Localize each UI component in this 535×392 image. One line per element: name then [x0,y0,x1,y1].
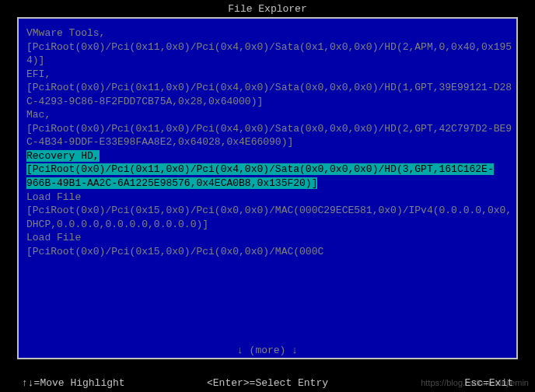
entry-recovery-hd[interactable]: Recovery HD, [PciRoot(0x0)/Pci(0x11,0x0)… [26,149,513,191]
entry-efi[interactable]: EFI, [PciRoot(0x0)/Pci(0x11,0x0)/Pci(0x4… [26,68,513,109]
file-list-panel: VMware Tools, [PciRoot(0x0)/Pci(0x11,0x0… [17,17,518,359]
entry-loadfile-1[interactable]: Load File [PciRoot(0x0)/Pci(0x15,0x0)/Pc… [26,191,513,232]
entry-mac[interactable]: Mac, [PciRoot(0x0)/Pci(0x11,0x0)/Pci(0x4… [26,108,513,149]
entry-label: Recovery HD, [26,150,100,162]
entry-label: EFI, [26,68,513,82]
more-indicator: ↓ (more) ↓ [19,345,516,356]
entry-label: VMware Tools, [26,26,513,40]
window-title: File Explorer [0,0,535,16]
entry-path: [PciRoot(0x0)/Pci(0x11,0x0)/Pci(0x4,0x0)… [26,122,513,149]
entry-path: [PciRoot(0x0)/Pci(0x11,0x0)/Pci(0x4,0x0)… [26,81,513,108]
entry-loadfile-2[interactable]: Load File [PciRoot(0x0)/Pci(0x15,0x0)/Pc… [26,231,513,258]
entry-label: Mac, [26,108,513,122]
entry-vmware[interactable]: VMware Tools, [PciRoot(0x0)/Pci(0x11,0x0… [26,26,513,68]
entry-label: Load File [26,231,513,245]
entry-path: [PciRoot(0x0)/Pci(0x11,0x0)/Pci(0x4,0x0)… [26,163,494,189]
entry-label: Load File [26,191,513,205]
hint-move: ↑↓=Move Highlight [22,377,125,389]
watermark: https://blog.csdn.net/lujiemin [421,378,529,387]
entry-path: [PciRoot(0x0)/Pci(0x11,0x0)/Pci(0x4,0x0)… [26,40,513,68]
entry-path: [PciRoot(0x0)/Pci(0x15,0x0)/Pci(0x0,0x0)… [26,204,513,231]
hint-select: <Enter>=Select Entry [207,377,328,389]
entry-path: [PciRoot(0x0)/Pci(0x15,0x0)/Pci(0x0,0x0)… [26,245,513,259]
